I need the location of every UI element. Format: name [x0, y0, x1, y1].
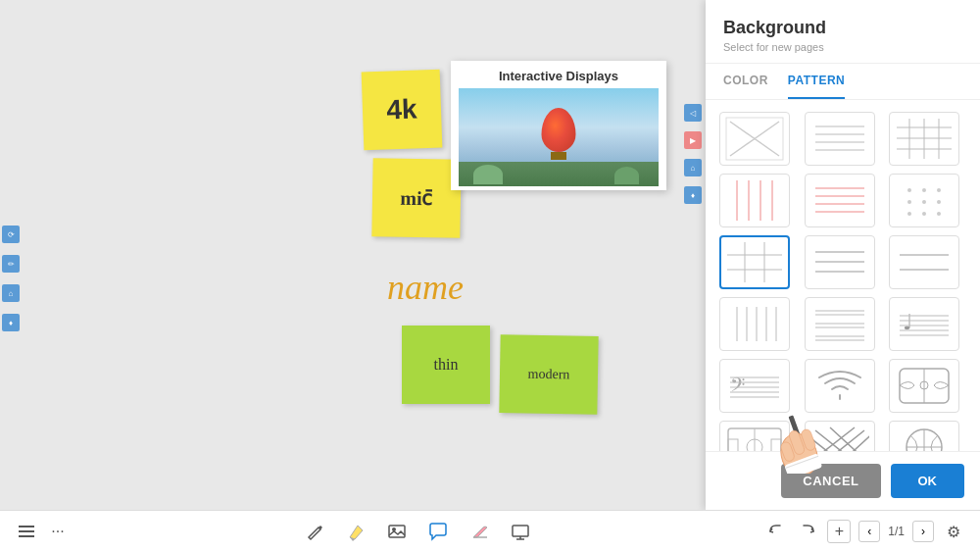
svg-rect-89	[19, 535, 34, 537]
pattern-vert-lines[interactable]	[719, 297, 790, 351]
pattern-grid: ♩ 𝄢	[706, 100, 980, 451]
svg-rect-90	[389, 526, 405, 537]
svg-point-29	[937, 212, 941, 216]
pattern-grid-full[interactable]	[889, 112, 959, 166]
page-prev-button[interactable]: ‹	[858, 521, 880, 542]
left-tool-4[interactable]: ♦	[2, 314, 20, 331]
panel-title: Background	[723, 18, 962, 38]
pattern-hockey[interactable]	[889, 359, 959, 413]
name-text: name	[387, 267, 464, 308]
pattern-bass[interactable]: 𝄢	[719, 359, 790, 413]
pen-tool[interactable]	[303, 520, 326, 543]
display-card[interactable]: Interactive Displays	[451, 61, 666, 190]
svg-point-22	[922, 188, 926, 192]
sticky-mic[interactable]: mic̄	[371, 158, 461, 238]
right-tool-2[interactable]: ▶	[684, 131, 702, 149]
pattern-red-h[interactable]	[805, 174, 875, 227]
panel-tabs: COLOR PATTERN	[706, 64, 980, 100]
svg-point-25	[922, 200, 926, 204]
right-tool-3[interactable]: ⌂	[684, 159, 702, 176]
pattern-music[interactable]: ♩	[889, 297, 959, 351]
svg-rect-93	[513, 526, 528, 536]
sticky-thin[interactable]: thin	[402, 326, 490, 404]
sticky-modern[interactable]: modern	[499, 334, 598, 415]
pattern-red-v[interactable]	[719, 174, 790, 227]
page-next-button[interactable]: ›	[912, 521, 934, 542]
svg-point-28	[922, 212, 926, 216]
pattern-lines-wide[interactable]	[889, 235, 959, 289]
left-tool-1[interactable]: ⟳	[2, 226, 20, 243]
pattern-wifi[interactable]	[805, 359, 875, 413]
bottom-toolbar: ··· + ‹ 1/1 ›	[0, 510, 980, 552]
image-tool[interactable]	[385, 520, 409, 543]
svg-point-24	[907, 200, 911, 204]
canvas-content: ⟳ ✏ ⌂ ♦ ◁ ▶ ⌂ ♦ 4k mic̄ Interactive Disp…	[0, 22, 706, 510]
svg-point-23	[937, 188, 941, 192]
pattern-lines-med[interactable]	[805, 235, 875, 289]
left-toolbar: ⟳ ✏ ⌂ ♦	[0, 43, 22, 510]
tab-color[interactable]: COLOR	[723, 64, 768, 99]
menu-icon[interactable]	[15, 520, 38, 543]
right-edge-toolbar: ◁ ▶ ⌂ ♦	[680, 100, 706, 208]
pattern-crosshatch[interactable]	[805, 421, 875, 451]
left-tool-3[interactable]: ⌂	[2, 284, 20, 302]
svg-point-21	[907, 188, 911, 192]
right-tool-1[interactable]: ◁	[684, 104, 702, 122]
chat-tool[interactable]	[426, 520, 450, 543]
add-page-button[interactable]: +	[827, 520, 851, 543]
background-panel: Background Select for new pages COLOR PA…	[706, 0, 980, 510]
display-card-title: Interactive Displays	[459, 69, 659, 83]
undo-button[interactable]	[764, 520, 788, 543]
toolbar-center	[303, 520, 532, 543]
panel-subtitle: Select for new pages	[723, 41, 962, 53]
svg-rect-88	[19, 530, 34, 532]
sticky-4k[interactable]: 4k	[362, 70, 443, 151]
tab-pattern[interactable]: PATTERN	[788, 64, 845, 99]
settings-button[interactable]: ⚙	[942, 520, 965, 543]
svg-rect-87	[19, 526, 34, 527]
svg-point-26	[937, 200, 941, 204]
svg-point-27	[907, 212, 911, 216]
page-navigation: ‹ 1/1 ›	[858, 521, 934, 542]
highlighter-tool[interactable]	[344, 520, 368, 543]
pattern-wide-grid[interactable]	[719, 235, 790, 289]
canvas-area: ⟳ ✏ ⌂ ♦ ◁ ▶ ⌂ ♦ 4k mic̄ Interactive Disp…	[0, 0, 706, 510]
panel-footer: CANCEL OK	[706, 451, 980, 510]
pattern-basketball[interactable]	[889, 421, 959, 451]
toolbar-left: ···	[15, 520, 70, 543]
more-icon[interactable]: ···	[46, 520, 70, 543]
screen-tool[interactable]	[509, 520, 532, 543]
svg-rect-68	[728, 439, 738, 451]
right-tool-4[interactable]: ♦	[684, 186, 702, 204]
pattern-lines-h[interactable]	[805, 112, 875, 166]
pattern-dots-sm[interactable]	[889, 174, 959, 227]
display-screen	[459, 88, 659, 186]
left-tool-2[interactable]: ✏	[2, 255, 20, 273]
cancel-button[interactable]: CANCEL	[781, 464, 880, 498]
page-indicator: 1/1	[884, 525, 908, 538]
redo-button[interactable]	[796, 520, 819, 543]
panel-header: Background Select for new pages	[706, 0, 980, 64]
pattern-dbl-lines[interactable]	[805, 297, 875, 351]
svg-rect-69	[771, 439, 781, 451]
eraser-tool[interactable]	[467, 520, 491, 543]
pattern-none[interactable]	[719, 112, 790, 166]
apply-button[interactable]: OK	[891, 464, 965, 498]
toolbar-right: + ‹ 1/1 › ⚙	[764, 520, 965, 543]
pattern-soccer[interactable]	[719, 421, 790, 451]
